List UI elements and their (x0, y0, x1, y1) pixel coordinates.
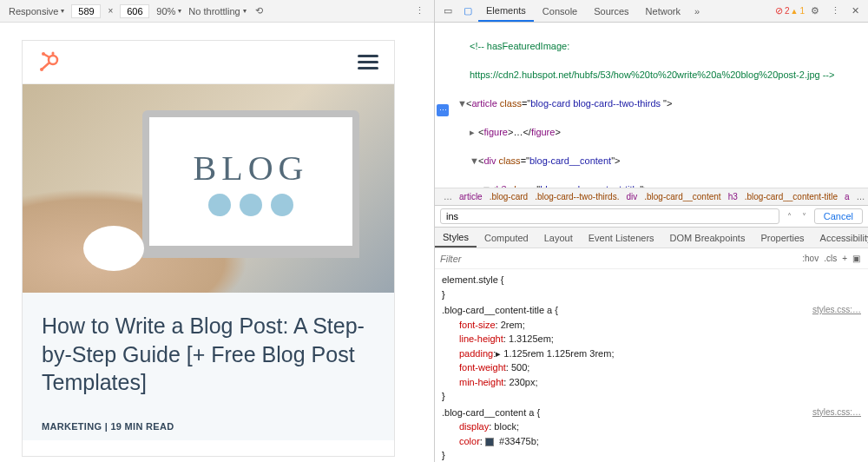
more-tabs-icon[interactable]: » (689, 6, 705, 16)
close-icon[interactable]: ✕ (845, 5, 865, 16)
throttle-select[interactable]: No throttling (188, 6, 246, 16)
styles-tab-computed[interactable]: Computed (477, 229, 536, 247)
dimension-x: × (108, 6, 113, 16)
find-next-icon[interactable]: ˅ (799, 212, 809, 221)
html-comment: <!-- hasFeaturedImage: (470, 41, 569, 51)
laptop-blog-text: BLOG (194, 148, 309, 188)
styles-tabs: Styles Computed Layout Event Listeners D… (435, 228, 868, 248)
styles-more-icon[interactable]: ▣ (850, 254, 863, 263)
svg-line-4 (43, 54, 49, 57)
tab-console[interactable]: Console (535, 2, 585, 21)
hov-toggle[interactable]: :hov (799, 254, 821, 263)
devtools-pane: ▭ ▢ Elements Console Sources Network » 2… (434, 0, 868, 462)
settings-gear-icon[interactable]: ⚙ (806, 5, 825, 16)
element-breadcrumb[interactable]: … article.blog-card.blog-card--two-third… (435, 188, 868, 205)
styles-tab-dom-breakpoints[interactable]: DOM Breakpoints (662, 229, 753, 247)
styles-tab-styles[interactable]: Styles (435, 228, 477, 248)
tab-network[interactable]: Network (638, 2, 688, 21)
device-preview-pane: Responsive × 90% No throttling ⟲ ⋮ BLOG (0, 0, 434, 462)
svg-point-0 (49, 56, 57, 64)
device-toggle-icon[interactable]: ▢ (458, 5, 477, 16)
devtools-tabs: ▭ ▢ Elements Console Sources Network » 2… (435, 0, 868, 23)
cls-toggle[interactable]: .cls (821, 254, 839, 263)
find-input[interactable] (440, 208, 779, 224)
rotate-icon[interactable]: ⟲ (253, 5, 266, 17)
device-mode-select[interactable]: Responsive (9, 6, 64, 16)
styles-tab-layout[interactable]: Layout (536, 229, 581, 247)
element-actions-icon[interactable]: ⋯ (437, 104, 449, 116)
hamburger-menu-icon[interactable] (358, 55, 378, 69)
styles-tab-event-listeners[interactable]: Event Listeners (581, 229, 662, 247)
stylesheet-link[interactable]: styles.css:… (812, 406, 861, 419)
styles-tab-properties[interactable]: Properties (753, 229, 812, 247)
blog-featured-image: BLOG (23, 84, 394, 293)
elements-tree[interactable]: <!-- hasFeaturedImage: https://cdn2.hubs… (435, 23, 868, 188)
viewport-wrap: BLOG How to Write a Blog Post: A Step-by… (0, 23, 434, 462)
find-cancel-button[interactable]: Cancel (814, 208, 863, 224)
warning-count-badge[interactable]: 1 (791, 6, 805, 16)
new-rule-icon[interactable]: + (839, 254, 850, 263)
styles-filter-input[interactable] (440, 254, 799, 264)
width-input[interactable] (71, 4, 101, 18)
styles-filter-bar: :hov .cls + ▣ (435, 248, 868, 269)
styles-tab-accessibility[interactable]: Accessibility (812, 229, 868, 247)
device-toolbar: Responsive × 90% No throttling ⟲ ⋮ (0, 0, 434, 23)
site-header (23, 41, 394, 84)
find-bar: ˄ ˅ Cancel (435, 205, 868, 228)
height-input[interactable] (120, 4, 149, 18)
zoom-select[interactable]: 90% (156, 6, 181, 16)
error-count-badge[interactable]: 2 (775, 5, 790, 16)
inspect-icon[interactable]: ▭ (438, 5, 457, 16)
devtools-menu-icon[interactable]: ⋮ (825, 5, 845, 16)
blog-post-title[interactable]: How to Write a Blog Post: A Step-by-Step… (42, 312, 375, 397)
find-prev-icon[interactable]: ˄ (785, 212, 794, 221)
device-menu-icon[interactable]: ⋮ (413, 5, 425, 17)
tab-elements[interactable]: Elements (478, 1, 534, 22)
stylesheet-link[interactable]: styles.css:… (812, 303, 861, 316)
blog-card-content: How to Write a Blog Post: A Step-by-Step… (23, 293, 394, 440)
rendered-page: BLOG How to Write a Blog Post: A Step-by… (22, 40, 395, 457)
svg-point-2 (40, 68, 43, 71)
styles-rules[interactable]: element.style {}.blog-card__content-titl… (435, 269, 868, 462)
html-comment-url: https://cdn2.hubspot.net/hubfs/53/how%20… (470, 69, 834, 80)
blog-meta: MARKETING | 19 MIN READ (42, 421, 375, 432)
tab-sources[interactable]: Sources (586, 2, 636, 21)
hubspot-logo-icon[interactable] (38, 50, 59, 75)
